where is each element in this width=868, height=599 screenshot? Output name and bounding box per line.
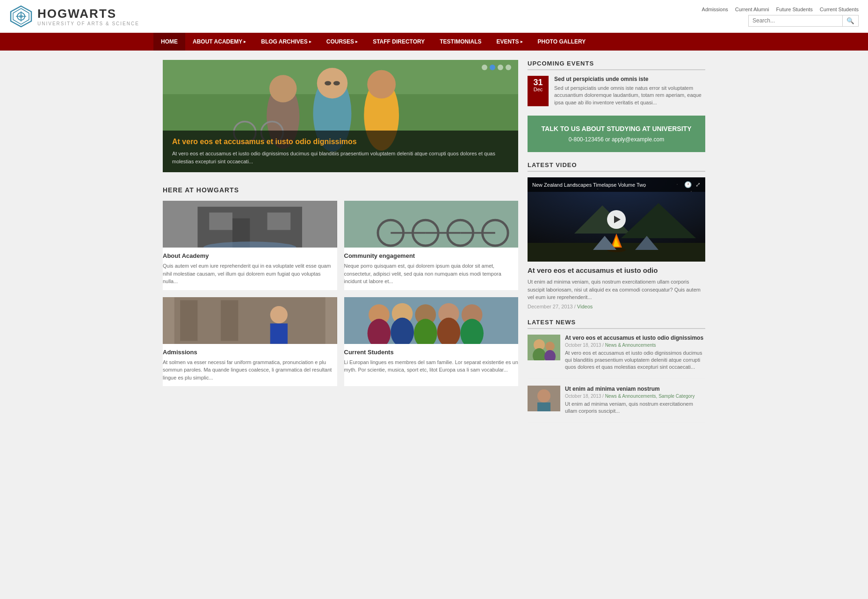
card-students: Current Students Li Europan lingues es m…: [344, 297, 519, 387]
cta-or: or: [604, 136, 612, 143]
hero-dot-1[interactable]: [482, 65, 487, 70]
search-button[interactable]: 🔍: [842, 15, 858, 26]
here-section-title: HERE AT HOWGARTS: [163, 186, 518, 194]
svg-point-11: [317, 68, 347, 98]
hero-caption: At vero eos et accusamus et iusto odio d…: [163, 131, 518, 172]
logo-icon: [9, 5, 33, 28]
svg-point-38: [270, 306, 288, 323]
clock-icon: 🕐: [684, 181, 692, 188]
news-item-2: Ut enim ad minima veniam nostrum October…: [528, 386, 705, 423]
card-grid: About Academy Quis autem vel eum iure re…: [163, 201, 518, 386]
card-about-text: Quis autem vel eum iure reprehenderit qu…: [163, 262, 337, 285]
logo-text: HOGWARTS UNIVERSITY OF ARTS & SCIENCE: [37, 7, 139, 26]
share-icon: ⤢: [695, 181, 701, 188]
top-link-current[interactable]: Current Students: [820, 7, 859, 12]
play-button[interactable]: [607, 210, 626, 229]
news-category-2[interactable]: News & Announcements, Sample Category: [605, 394, 695, 399]
card-admissions-title: Admissions: [163, 349, 337, 356]
svg-point-13: [333, 81, 340, 85]
video-meta: December 27, 2013 / Videos: [528, 304, 705, 309]
event-text: Sed ut perspiciatis unde omnis iste natu…: [554, 85, 705, 106]
sidebar: UPCOMING EVENTS 31 Dec Sed ut perspiciat…: [528, 60, 705, 432]
video-category[interactable]: Videos: [577, 304, 593, 309]
nav-item-blog[interactable]: BLOG ARCHIVES ▸: [253, 33, 319, 51]
svg-point-74: [537, 389, 550, 402]
cta-email[interactable]: apply@example.com: [612, 136, 664, 143]
card-students-title: Current Students: [344, 349, 519, 356]
news-info-1: At vero eos et accusamus et iusto odio d…: [565, 335, 705, 371]
news-thumb-2: [528, 386, 560, 411]
nav-item-about[interactable]: ABOUT ACADEMY ▸: [185, 33, 253, 51]
card-admissions: Admissions At solmen va esser necessi fa…: [163, 297, 337, 387]
card-community: Community engagement Neque porro quisqua…: [344, 201, 519, 290]
here-section: HERE AT HOWGARTS: [163, 186, 518, 386]
header-right: Admissions Current Alumni Future Student…: [702, 7, 859, 27]
top-link-admissions[interactable]: Admissions: [702, 7, 728, 12]
nav-item-gallery[interactable]: PHOTO GALLERY: [530, 33, 593, 51]
card-community-title: Community engagement: [344, 252, 519, 259]
video-title-text: New Zealand Landscapes Timelapse Volume …: [532, 182, 646, 188]
nav-item-courses[interactable]: COURSES ▸: [319, 33, 365, 51]
site-subtitle: UNIVERSITY OF ARTS & SCIENCE: [37, 21, 139, 26]
video-container[interactable]: New Zealand Landscapes Timelapse Volume …: [528, 177, 705, 262]
nav-item-events[interactable]: EVENTS ▸: [489, 33, 530, 51]
logo-area: HOGWARTS UNIVERSITY OF ARTS & SCIENCE: [9, 5, 139, 28]
blog-arrow-icon: ▸: [309, 39, 311, 44]
about-arrow-icon: ▸: [244, 39, 246, 44]
card-about-title: About Academy: [163, 252, 337, 259]
main-nav: HOME ABOUT ACADEMY ▸ BLOG ARCHIVES ▸ COU…: [0, 33, 868, 51]
nav-item-home[interactable]: HOME: [153, 33, 185, 51]
news-date-1: October 18, 2013: [565, 343, 601, 348]
svg-point-15: [367, 70, 396, 99]
search-input[interactable]: [749, 15, 842, 26]
cta-box: TALK TO US ABOUT STUDYING AT UNIVERSITY …: [528, 116, 705, 152]
svg-point-12: [325, 81, 331, 85]
site-title: HOGWARTS: [37, 7, 139, 21]
svg-rect-25: [344, 201, 519, 248]
svg-rect-21: [209, 212, 232, 230]
main-column: At vero eos et accusamus et iusto odio d…: [163, 60, 518, 432]
video-article-title: At vero eos et accusamus et iusto odio: [528, 266, 705, 274]
search-bar: 🔍: [748, 15, 859, 27]
news-info-2: Ut enim ad minima veniam nostrum October…: [565, 386, 705, 415]
nav-item-staff[interactable]: STAFF DIRECTORY: [365, 33, 432, 51]
hero-image: At vero eos et accusamus et iusto odio d…: [163, 60, 518, 172]
hero-dot-2[interactable]: [490, 65, 495, 70]
news-text-1: At vero eos et accusamus et iusto odio d…: [565, 350, 705, 371]
news-text-2: Ut enim ad minima veniam, quis nostrum e…: [565, 401, 705, 415]
event-date: 31 Dec: [528, 76, 549, 106]
card-about: About Academy Quis autem vel eum iure re…: [163, 201, 337, 290]
top-link-alumni[interactable]: Current Alumni: [735, 7, 769, 12]
hero-title: At vero eos et accusamus et iusto odio d…: [172, 138, 509, 146]
event-title: Sed ut perspiciatis unde omnis iste: [554, 76, 705, 82]
news-title-1: At vero eos et accusamus et iusto odio d…: [565, 335, 705, 341]
upcoming-events-title: UPCOMING EVENTS: [528, 60, 705, 70]
news-category-1[interactable]: News & Announcements: [605, 343, 656, 348]
news-meta-1: October 18, 2013 / News & Announcements: [565, 343, 705, 348]
video-icons: 🕐 ⤢: [684, 181, 701, 188]
video-date: December 27, 2013: [528, 304, 573, 309]
card-admissions-body: Admissions At solmen va esser necessi fa…: [163, 344, 337, 387]
courses-arrow-icon: ▸: [355, 39, 358, 44]
hero-dot-4[interactable]: [506, 65, 511, 70]
card-students-body: Current Students Li Europan lingues es m…: [344, 344, 519, 379]
svg-rect-22: [268, 212, 291, 230]
hero-dot-3[interactable]: [498, 65, 503, 70]
news-meta-2: October 18, 2013 / News & Announcements,…: [565, 394, 705, 399]
video-info: At vero eos et accusamus et iusto odio U…: [528, 266, 705, 309]
upcoming-events-section: UPCOMING EVENTS 31 Dec Sed ut perspiciat…: [528, 60, 705, 106]
latest-news-title: LATEST NEWS: [528, 319, 705, 329]
top-links: Admissions Current Alumni Future Student…: [702, 7, 859, 12]
cta-contact: 0-800-123456 or apply@example.com: [537, 136, 696, 143]
card-students-text: Li Europan lingues es membres del sam fa…: [344, 358, 519, 374]
cta-title: TALK TO US ABOUT STUDYING AT UNIVERSITY: [537, 125, 696, 132]
video-title-bar: New Zealand Landscapes Timelapse Volume …: [528, 177, 705, 192]
svg-rect-39: [270, 323, 288, 343]
top-link-future[interactable]: Future Students: [776, 7, 813, 12]
hero-description: At vero eos et accusamus et iusto odio d…: [172, 150, 509, 165]
nav-item-testimonials[interactable]: TESTIMONIALS: [432, 33, 489, 51]
latest-video-title: LATEST VIDEO: [528, 161, 705, 172]
news-item-1: At vero eos et accusamus et iusto odio d…: [528, 335, 705, 379]
event-day: 31: [532, 78, 544, 87]
svg-rect-35: [180, 300, 197, 341]
